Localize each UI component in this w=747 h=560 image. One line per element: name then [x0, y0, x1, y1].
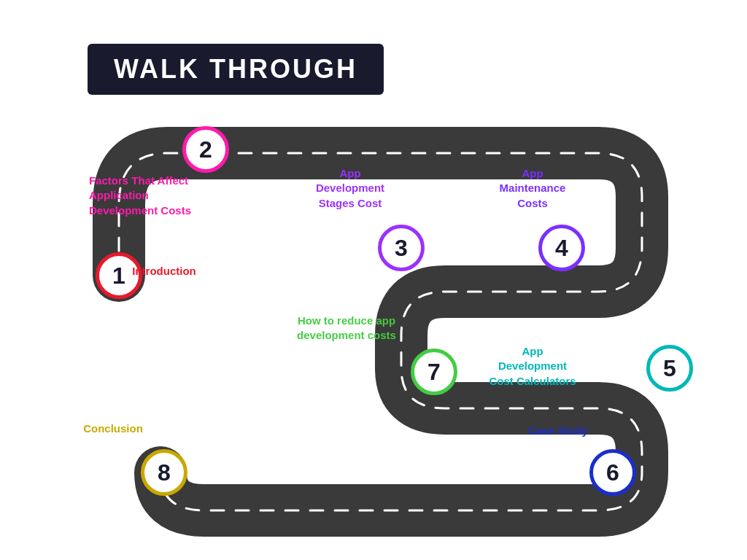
- step-circle-2: 2: [182, 126, 229, 173]
- step-circle-4: 4: [538, 225, 585, 271]
- step-label-3: AppDevelopmentStages Cost: [316, 166, 384, 211]
- step-circle-6: 6: [589, 449, 636, 496]
- step-label-8: Conclusion: [83, 421, 143, 436]
- step-label-4: AppMaintenanceCosts: [500, 166, 566, 211]
- step-label-6: Case Study: [528, 424, 588, 438]
- step-circle-8: 8: [141, 449, 187, 496]
- step-label-2: Factors That AffectApplicationDevelopmen…: [89, 174, 191, 218]
- step-circle-3: 3: [378, 225, 425, 271]
- step-circle-5: 5: [646, 345, 693, 392]
- step-label-7: How to reduce appdevelopment costs: [297, 314, 396, 343]
- step-label-1: Introduction: [132, 264, 196, 279]
- step-label-5: AppDevelopmentCost Calculators: [489, 344, 576, 389]
- step-circle-7: 7: [411, 349, 457, 395]
